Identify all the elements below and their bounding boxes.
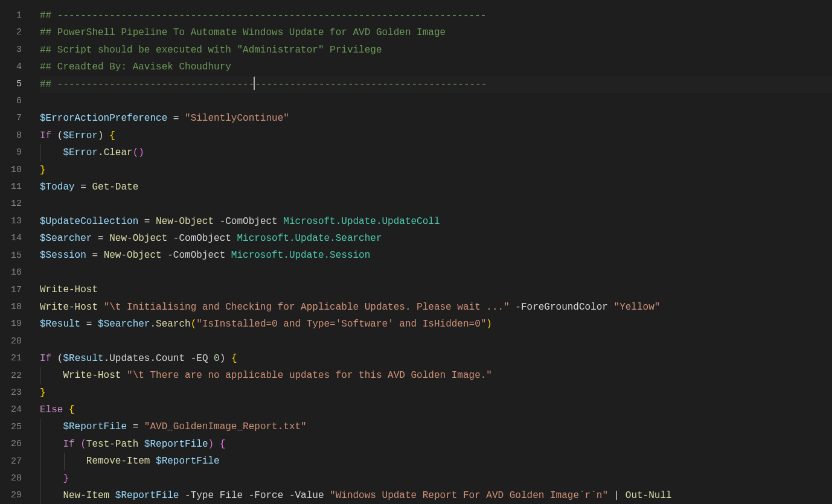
line-number: 16 (0, 264, 35, 281)
code-line[interactable] (40, 93, 832, 110)
token-plain (121, 370, 127, 381)
token-var: $UpdateCollection (40, 216, 138, 227)
token-curbra: { (69, 404, 75, 415)
code-line[interactable]: ## Script should be executed with "Admin… (40, 42, 832, 59)
code-line[interactable]: } (40, 470, 832, 487)
line-number: 25 (0, 419, 35, 436)
line-number: 19 (0, 316, 35, 333)
token-comment: ## PowerShell Pipeline To Automate Windo… (40, 27, 446, 38)
code-line[interactable]: $Result = $Searcher.Search("IsInstalled=… (40, 316, 832, 333)
token-plain: -Force -Value (243, 490, 330, 501)
token-paren: ( (57, 353, 63, 364)
token-plain (109, 490, 115, 501)
token-string: "\t There are no applicable updates for … (127, 370, 492, 381)
code-line[interactable]: ## Creadted By: Aavisek Choudhury (40, 59, 832, 75)
code-line[interactable]: $Session = New-Object -ComObject Microso… (40, 247, 832, 264)
code-line[interactable] (40, 333, 832, 349)
token-cmdlet: Search (156, 319, 191, 330)
token-cmdlet: Test-Path (86, 439, 138, 450)
token-plain (40, 439, 63, 450)
token-keyword: If (40, 130, 51, 141)
code-line[interactable]: $Searcher = New-Object -ComObject Micros… (40, 230, 832, 247)
token-plain (40, 370, 63, 381)
token-cmdlet: Clear (104, 147, 133, 158)
token-comment: ## -------------------------------------… (40, 10, 486, 21)
line-number: 24 (0, 401, 35, 418)
code-line[interactable]: } (40, 384, 832, 401)
code-line[interactable]: Write-Host "\t Initialising and Checking… (40, 299, 832, 316)
token-op: -EQ (191, 353, 208, 364)
token-cmdlet: Remove-Item (86, 456, 150, 467)
token-var: $ReportFile (144, 439, 208, 450)
code-line[interactable]: $UpdateCollection = New-Object -ComObjec… (40, 213, 832, 230)
line-number: 3 (0, 42, 35, 59)
token-plain (40, 147, 63, 158)
line-number: 10 (0, 162, 35, 179)
token-string: "IsInstalled=0 and Type='Software' and I… (196, 319, 486, 330)
token-plain: -ComObject (167, 233, 237, 244)
line-number-gutter: 1234567891011121314151617181920212223242… (0, 0, 35, 504)
line-number: 5 (0, 76, 35, 93)
token-comment: ## ---------------------------------- (40, 79, 254, 90)
token-keyword: If (40, 353, 51, 364)
token-plain (214, 439, 220, 450)
code-line[interactable]: $ErrorActionPreference = "SilentlyContin… (40, 110, 832, 127)
token-plain: -Type (179, 490, 219, 501)
token-string: "\t Initialising and Checking for Applic… (104, 302, 510, 313)
code-area[interactable]: ## -------------------------------------… (35, 0, 832, 504)
token-plain: -ComObject (162, 250, 231, 261)
token-var: $ReportFile (115, 490, 179, 501)
line-number: 13 (0, 213, 35, 230)
line-number: 17 (0, 282, 35, 299)
token-comment: ---------------------------------------- (255, 79, 487, 90)
code-line[interactable]: Write-Host "\t There are no applicable u… (40, 367, 832, 384)
token-keyword: Else (40, 404, 63, 415)
token-op: = (75, 182, 92, 193)
code-line[interactable]: Remove-Item $ReportFile (40, 453, 832, 470)
line-number: 22 (0, 368, 35, 384)
code-line[interactable]: $ReportFile = "AVD_GoldenImage_Report.tx… (40, 418, 832, 435)
token-plain (40, 456, 86, 467)
line-number: 15 (0, 247, 35, 264)
line-number: 11 (0, 179, 35, 196)
code-line[interactable]: If (Test-Path $ReportFile) { (40, 436, 832, 453)
code-line[interactable]: Else { (40, 401, 832, 418)
token-cmdlet: New-Object (104, 250, 162, 261)
token-curbra: ) (486, 319, 492, 330)
line-number: 9 (0, 144, 35, 161)
token-plain (150, 456, 156, 467)
token-curbra2: () (133, 147, 144, 158)
token-var: $Searcher (98, 319, 150, 330)
token-curbra: { (109, 130, 115, 141)
code-line[interactable]: If ($Error) { (40, 127, 832, 144)
line-number: 12 (0, 196, 35, 212)
token-cmdlet: Write-Host (40, 284, 98, 295)
token-plain: -ForeGroundColor (510, 302, 614, 313)
code-line[interactable]: $Today = Get-Date (40, 179, 832, 196)
line-number: 7 (0, 110, 35, 127)
code-line[interactable]: New-Item $ReportFile -Type File -Force -… (40, 487, 832, 504)
code-line[interactable] (40, 264, 832, 281)
line-number: 20 (0, 333, 35, 350)
code-line[interactable]: $Error.Clear() (40, 144, 832, 161)
code-line[interactable] (40, 196, 832, 212)
token-plain (40, 473, 63, 484)
code-line[interactable]: } (40, 162, 832, 179)
token-op: = (86, 250, 104, 261)
token-plain: -ComObject (214, 216, 283, 227)
token-paren: ) (98, 130, 104, 141)
token-paren: ( (57, 130, 63, 141)
code-line[interactable]: ## -------------------------------------… (40, 76, 832, 93)
code-line[interactable]: Write-Host (40, 281, 832, 298)
token-plain: File (220, 490, 243, 501)
token-curbra2: } (63, 473, 69, 484)
code-line[interactable]: If ($Result.Updates.Count -EQ 0) { (40, 350, 832, 367)
code-line[interactable]: ## -------------------------------------… (40, 7, 832, 24)
code-editor[interactable]: 1234567891011121314151617181920212223242… (0, 0, 832, 504)
line-number: 26 (0, 436, 35, 453)
code-line[interactable]: ## PowerShell Pipeline To Automate Windo… (40, 24, 832, 41)
token-plain (208, 353, 214, 364)
line-number: 27 (0, 453, 35, 470)
token-keyword: If (63, 439, 74, 450)
token-comment: ## Script should be executed with "Admin… (40, 45, 382, 56)
